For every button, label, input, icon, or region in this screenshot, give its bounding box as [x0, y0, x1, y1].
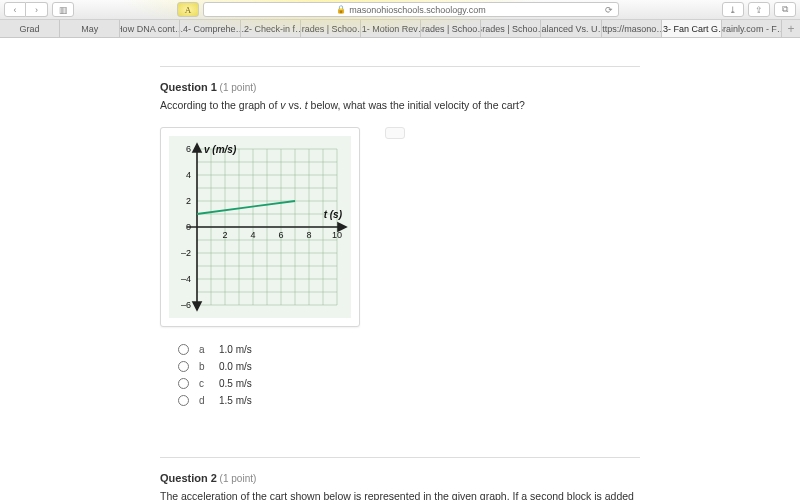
svg-text:0: 0 — [186, 222, 191, 232]
radio-a[interactable] — [178, 344, 189, 355]
quiz-content: Question 1 (1 point) According to the gr… — [160, 38, 640, 500]
forward-button[interactable]: › — [26, 2, 48, 17]
tab-item[interactable]: Grad — [0, 20, 60, 37]
tab-item[interactable]: 4.4- Comprehe… — [180, 20, 240, 37]
svg-text:–6: –6 — [181, 300, 191, 310]
tab-strip: Grad May How DNA cont… 4.4- Comprehe… 1.… — [0, 20, 800, 38]
answer-options: a 1.0 m/s b 0.0 m/s c 0.5 m/s d 1.5 m/s — [178, 341, 640, 409]
y-axis-label: v (m/s) — [204, 144, 237, 155]
radio-d[interactable] — [178, 395, 189, 406]
svg-text:8: 8 — [306, 230, 311, 240]
downloads-button[interactable]: ⤓ — [722, 2, 744, 17]
tab-item[interactable]: Grades | Schoo… — [421, 20, 481, 37]
x-axis-label: t (s) — [324, 209, 343, 220]
svg-text:–2: –2 — [181, 248, 191, 258]
tab-item[interactable]: 1.1- Motion Rev… — [361, 20, 421, 37]
tab-item[interactable]: Brainly.com - F… — [722, 20, 782, 37]
reader-icon: A — [184, 5, 192, 14]
show-tabs-button[interactable]: ⧉ — [774, 2, 796, 17]
question-prompt: According to the graph of v vs. t below,… — [160, 99, 640, 111]
velocity-graph: v (m/s) t (s) 6 4 2 0 –2 –4 –6 2 — [160, 127, 360, 327]
option-c[interactable]: c 0.5 m/s — [178, 375, 640, 392]
back-button[interactable]: ‹ — [4, 2, 26, 17]
sidebar-button[interactable]: ▥ — [52, 2, 74, 17]
new-tab-button[interactable]: + — [782, 20, 800, 37]
radio-c[interactable] — [178, 378, 189, 389]
divider — [160, 66, 640, 67]
option-a[interactable]: a 1.0 m/s — [178, 341, 640, 358]
radio-b[interactable] — [178, 361, 189, 372]
tab-item[interactable]: How DNA cont… — [120, 20, 180, 37]
question-title: Question 2 (1 point) — [160, 472, 640, 484]
svg-text:4: 4 — [250, 230, 255, 240]
graph-svg: v (m/s) t (s) 6 4 2 0 –2 –4 –6 2 — [169, 136, 351, 318]
tab-item-active[interactable]: 4.3- Fan Cart G… — [662, 20, 722, 37]
svg-text:6: 6 — [278, 230, 283, 240]
divider — [160, 457, 640, 458]
question-prompt: The acceleration of the cart shown below… — [160, 490, 640, 500]
reload-button[interactable]: ⟳ — [605, 5, 613, 15]
svg-text:10: 10 — [332, 230, 342, 240]
tab-item[interactable]: Grades | Schoo… — [301, 20, 361, 37]
image-badge — [385, 127, 405, 139]
option-b[interactable]: b 0.0 m/s — [178, 358, 640, 375]
svg-text:A: A — [185, 5, 192, 14]
svg-text:2: 2 — [222, 230, 227, 240]
tab-item[interactable]: Balanced Vs. U… — [541, 20, 601, 37]
question-title: Question 1 (1 point) — [160, 81, 640, 93]
tab-item[interactable]: May — [60, 20, 120, 37]
svg-text:6: 6 — [186, 144, 191, 154]
page-scroll[interactable]: Question 1 (1 point) According to the gr… — [0, 38, 800, 500]
tab-item[interactable]: 1.2- Check-in f… — [241, 20, 301, 37]
svg-text:2: 2 — [186, 196, 191, 206]
share-button[interactable]: ⇪ — [748, 2, 770, 17]
tab-item[interactable]: Grades | Schoo… — [481, 20, 541, 37]
lock-icon: 🔒 — [336, 5, 346, 14]
svg-text:4: 4 — [186, 170, 191, 180]
browser-toolbar: ‹ › ▥ A 🔒 masonohioschools.schoology.com… — [0, 0, 800, 20]
tab-item[interactable]: https://masono… — [602, 20, 662, 37]
url-text: masonohioschools.schoology.com — [349, 5, 485, 15]
reader-button[interactable]: A — [177, 2, 199, 17]
option-d[interactable]: d 1.5 m/s — [178, 392, 640, 409]
svg-text:–4: –4 — [181, 274, 191, 284]
address-bar[interactable]: 🔒 masonohioschools.schoology.com ⟳ — [203, 2, 619, 17]
